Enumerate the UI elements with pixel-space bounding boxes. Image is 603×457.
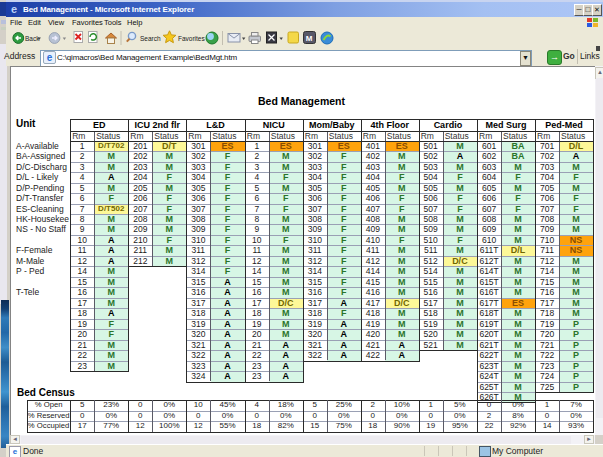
svg-text:Search: Search	[140, 35, 161, 42]
svg-text:Favorites: Favorites	[178, 35, 205, 42]
svg-text:M: M	[306, 34, 313, 43]
